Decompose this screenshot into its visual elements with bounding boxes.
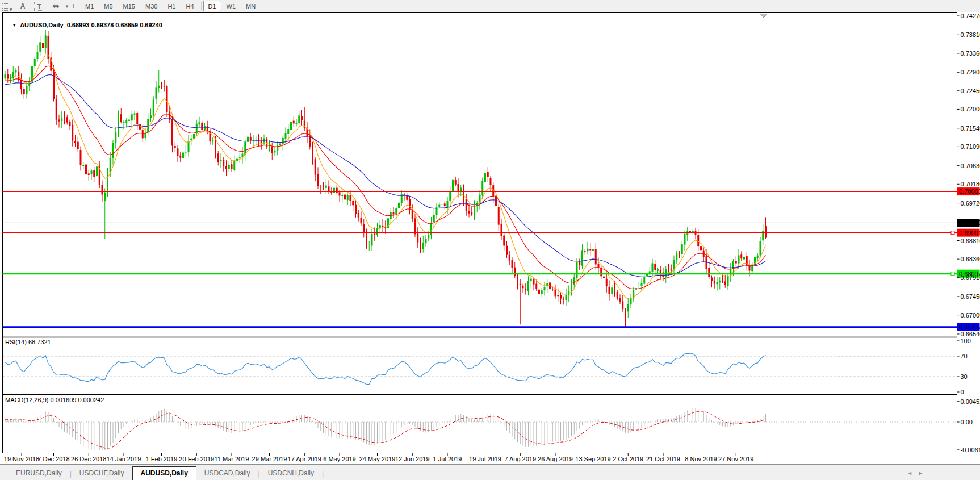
timeframe-D1[interactable]: D1 xyxy=(203,1,221,11)
y-axis-tick-label: 0.74270 xyxy=(961,12,980,19)
ohlc-high: 0.69378 xyxy=(91,22,114,28)
y-axis-tick-label: 0.72000 xyxy=(961,106,980,112)
timeframe-buttons: M1M5M15M30H1H4D1W1MN xyxy=(80,1,261,11)
tab-audusd-daily[interactable]: AUDUSD,Daily xyxy=(132,466,196,480)
date-label: 17 Apr 2019 xyxy=(288,456,321,462)
date-label: 20 Feb 2019 xyxy=(179,456,214,462)
y-axis-tick-label: 0.67450 xyxy=(961,293,980,300)
date-label: 14 Jan 2019 xyxy=(107,456,141,462)
y-axis-tick-label: 0.71540 xyxy=(961,125,980,132)
rsi-axis-label: 70 xyxy=(961,353,968,360)
y-axis-tick-label: 0.69720 xyxy=(961,200,980,207)
timeframe-MN[interactable]: MN xyxy=(241,1,261,11)
current-price-label: 0.69240 xyxy=(959,219,980,226)
date-label: 19 Jul 2019 xyxy=(469,456,501,462)
y-axis-tick-label: 0.67910 xyxy=(961,274,980,281)
y-axis-tick-label: 0.66540 xyxy=(961,331,980,337)
date-label: 19 Nov 2018 xyxy=(4,456,39,462)
rsi-indicator-label: RSI(14) 68.7321 xyxy=(5,339,51,345)
tab-usdchf-daily[interactable]: USDCHF,Daily xyxy=(72,468,132,479)
date-label: 12 Jun 2019 xyxy=(395,456,430,462)
tab-scroll-left-icon: ◄ xyxy=(907,470,918,476)
date-label: 24 May 2019 xyxy=(359,456,396,462)
tab-scroll-right-icon: ► xyxy=(918,470,929,476)
y-axis-tick-label: 0.67000 xyxy=(961,312,980,319)
arrow-tools-icon[interactable]: ◆◆ xyxy=(49,1,62,11)
date-label: 11 Mar 2019 xyxy=(215,456,249,462)
y-axis-tick-label: 0.70630 xyxy=(961,162,980,169)
timeframe-M15[interactable]: M15 xyxy=(118,1,140,11)
date-label: 26 Dec 2018 xyxy=(71,456,106,462)
macd-indicator-label: MACD(12,26,9) 0.001609 0.000242 xyxy=(5,396,104,403)
tab-scroll-arrows[interactable]: ◄► xyxy=(907,470,929,476)
text-tool-icon[interactable]: A xyxy=(16,1,30,11)
ohlc-open: 0.68993 xyxy=(67,22,90,28)
macd-axis-label: -0.00612 xyxy=(961,446,980,453)
date-label: 26 Aug 2019 xyxy=(538,456,573,462)
timeframe-H4[interactable]: H4 xyxy=(181,1,199,11)
hline-handle[interactable] xyxy=(951,231,954,235)
y-axis-tick-label: 0.73360 xyxy=(961,50,980,57)
chart-tabs: EURUSD,Daily|USDCHF,DailyAUDUSD,DailyUSD… xyxy=(8,466,324,480)
date-label: 29 Mar 2019 xyxy=(252,456,287,462)
toolbar-grip[interactable] xyxy=(73,2,77,10)
hline-price-label: 0.70003 xyxy=(959,188,980,195)
fibonacci-retracement-icon[interactable]: F xyxy=(2,2,12,10)
timeframe-H1[interactable]: H1 xyxy=(162,1,181,11)
tab-eurusd-daily[interactable]: EURUSD,Daily xyxy=(8,468,70,479)
date-label: 1 Jul 2019 xyxy=(433,456,462,462)
y-axis-tick-label: 0.72450 xyxy=(961,87,980,94)
ohlc-close: 0.69240 xyxy=(140,22,162,28)
date-label: 27 Nov 2019 xyxy=(718,456,753,462)
tab-separator: | xyxy=(322,470,324,478)
y-axis-tick-label: 0.71090 xyxy=(961,143,980,150)
chart-symbol: AUDUSD,Daily xyxy=(20,22,63,28)
timeframe-M1[interactable]: M1 xyxy=(80,1,99,11)
date-label: 8 Nov 2019 xyxy=(685,456,717,462)
timeframe-M30[interactable]: M30 xyxy=(140,1,162,11)
toolbar: F A T ◆◆ ▾ M1M5M15M30H1H4D1W1MN xyxy=(0,0,980,12)
date-label: 2 Oct 2019 xyxy=(613,456,643,462)
hline-price-label: 0.66707 xyxy=(959,324,980,331)
date-label: 6 May 2019 xyxy=(323,456,355,462)
timeframe-group-divider xyxy=(201,2,202,10)
date-label: 21 Oct 2019 xyxy=(646,456,680,462)
rsi-axis-label: 100 xyxy=(961,337,971,344)
chart-title: ▼AUDUSD,Daily 0.68993 0.69378 0.68859 0.… xyxy=(5,15,162,35)
label-tool-icon[interactable]: T xyxy=(34,2,44,11)
ohlc-low: 0.68859 xyxy=(115,22,138,28)
macd-axis-label: 0.00 xyxy=(961,419,973,425)
chart-tab-bar: EURUSD,Daily|USDCHF,DailyAUDUSD,DailyUSD… xyxy=(0,464,980,480)
y-axis-tick-label: 0.72900 xyxy=(961,69,980,76)
timeframe-M5[interactable]: M5 xyxy=(99,1,118,11)
hline-handle[interactable] xyxy=(951,272,954,276)
tab-usdcad-daily[interactable]: USDCAD,Daily xyxy=(196,468,258,479)
hline-price-label: 0.69001 xyxy=(959,229,980,236)
terminal-window: F A T ◆◆ ▾ M1M5M15M30H1H4D1W1MN 0.700030… xyxy=(0,0,980,480)
macd-axis-label: 0.004528 xyxy=(961,398,980,405)
rsi-axis-label: 30 xyxy=(961,373,968,380)
date-label: 7 Dec 2018 xyxy=(37,456,69,462)
rsi-axis-label: 0 xyxy=(961,389,964,395)
y-axis-tick-label: 0.68360 xyxy=(961,256,980,262)
symbol-dropdown-icon[interactable]: ▼ xyxy=(12,23,16,28)
timeframe-W1[interactable]: W1 xyxy=(221,1,241,11)
tab-usdcnh-daily[interactable]: USDCNH,Daily xyxy=(260,468,322,479)
date-label: 1 Feb 2019 xyxy=(146,456,178,462)
chart-canvas: 0.700030.690010.680070.667070.692400.742… xyxy=(0,0,980,465)
y-axis-tick-label: 0.73810 xyxy=(961,31,980,38)
date-label: 7 Aug 2019 xyxy=(504,456,536,462)
y-axis-tick-label: 0.70180 xyxy=(961,181,980,187)
date-label: 13 Sep 2019 xyxy=(575,456,610,462)
dropdown-caret-icon[interactable]: ▾ xyxy=(64,3,70,9)
y-axis-tick-label: 0.68810 xyxy=(961,237,980,244)
